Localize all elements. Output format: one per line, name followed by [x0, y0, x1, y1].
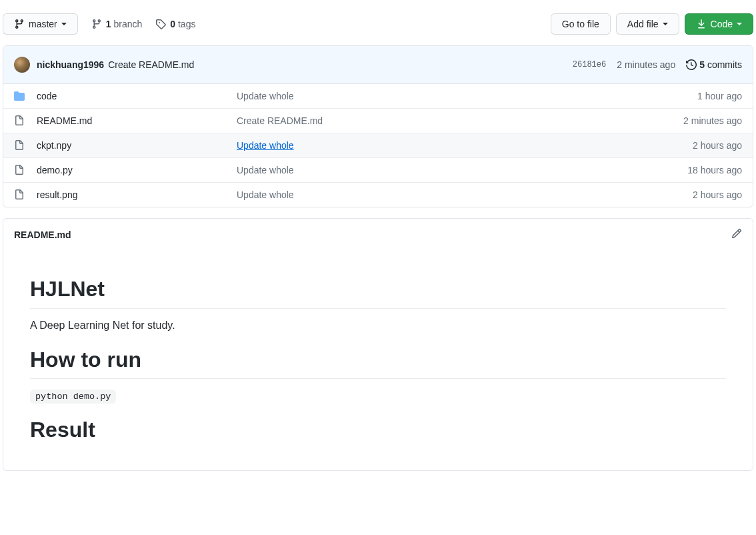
- file-commit-message-link[interactable]: Update whole: [237, 163, 687, 177]
- branch-count-link[interactable]: 1 branch: [91, 19, 143, 29]
- file-time: 2 hours ago: [693, 139, 742, 152]
- tag-icon: [155, 19, 166, 29]
- commit-sha-link[interactable]: 26181e6: [573, 60, 606, 69]
- commit-author-link[interactable]: nickhuang1996: [37, 59, 104, 70]
- avatar[interactable]: [14, 57, 30, 73]
- file-row[interactable]: codeUpdate whole1 hour ago: [3, 84, 753, 109]
- branch-name: master: [29, 17, 57, 31]
- file-commit-message-link[interactable]: Create README.md: [237, 114, 683, 127]
- file-name-link[interactable]: README.md: [37, 114, 237, 127]
- readme-h2-result: Result: [30, 418, 726, 449]
- readme-h2-run: How to run: [30, 348, 726, 380]
- file-time: 1 hour ago: [697, 89, 742, 103]
- readme-content: HJLNet A Deep Learning Net for study. Ho…: [3, 250, 753, 470]
- commit-time: 2 minutes ago: [617, 59, 675, 70]
- code-download-button[interactable]: Code: [685, 13, 753, 35]
- file-name-link[interactable]: demo.py: [37, 163, 237, 177]
- file-name-link[interactable]: code: [37, 89, 237, 103]
- file-name-link[interactable]: ckpt.npy: [37, 139, 237, 152]
- branch-select-button[interactable]: master: [3, 13, 78, 35]
- pencil-icon: [731, 228, 742, 239]
- file-icon: [14, 189, 25, 200]
- readme-code: python demo.py: [30, 390, 116, 404]
- latest-commit-bar: nickhuang1996 Create README.md 26181e6 2…: [3, 46, 753, 84]
- folder-icon: [14, 91, 25, 101]
- repo-toolbar: master 1 branch 0 tags Go to file A: [3, 3, 753, 45]
- file-commit-message-link[interactable]: Update whole: [237, 188, 693, 201]
- goto-file-button[interactable]: Go to file: [551, 13, 611, 35]
- git-branch-icon: [91, 19, 102, 29]
- file-row[interactable]: README.mdCreate README.md2 minutes ago: [3, 109, 753, 133]
- file-commit-message-link[interactable]: Update whole: [237, 89, 697, 103]
- readme-panel: README.md HJLNet A Deep Learning Net for…: [3, 218, 753, 471]
- file-listing: nickhuang1996 Create README.md 26181e6 2…: [3, 45, 753, 207]
- caret-down-icon: [737, 23, 742, 25]
- history-icon: [686, 59, 697, 70]
- tag-count-link[interactable]: 0 tags: [155, 19, 195, 29]
- caret-down-icon: [663, 23, 668, 25]
- file-icon: [14, 140, 25, 151]
- file-commit-message-link[interactable]: Update whole: [237, 139, 693, 152]
- file-time: 18 hours ago: [687, 163, 742, 177]
- download-icon: [696, 19, 707, 29]
- add-file-button[interactable]: Add file: [616, 13, 679, 35]
- file-time: 2 minutes ago: [683, 114, 742, 127]
- readme-h1: HJLNet: [30, 277, 726, 309]
- file-time: 2 hours ago: [693, 188, 742, 201]
- file-row[interactable]: result.pngUpdate whole2 hours ago: [3, 183, 753, 207]
- file-icon: [14, 115, 25, 126]
- readme-filename[interactable]: README.md: [14, 229, 71, 240]
- file-row[interactable]: ckpt.npyUpdate whole2 hours ago: [3, 133, 753, 158]
- commits-history-link[interactable]: 5 commits: [686, 59, 742, 70]
- file-row[interactable]: demo.pyUpdate whole18 hours ago: [3, 158, 753, 183]
- file-name-link[interactable]: result.png: [37, 188, 237, 201]
- file-icon: [14, 165, 25, 175]
- readme-description: A Deep Learning Net for study.: [30, 320, 726, 332]
- commit-message-link[interactable]: Create README.md: [108, 59, 194, 70]
- git-branch-icon: [14, 19, 25, 29]
- edit-readme-button[interactable]: [731, 228, 742, 241]
- caret-down-icon: [61, 23, 67, 25]
